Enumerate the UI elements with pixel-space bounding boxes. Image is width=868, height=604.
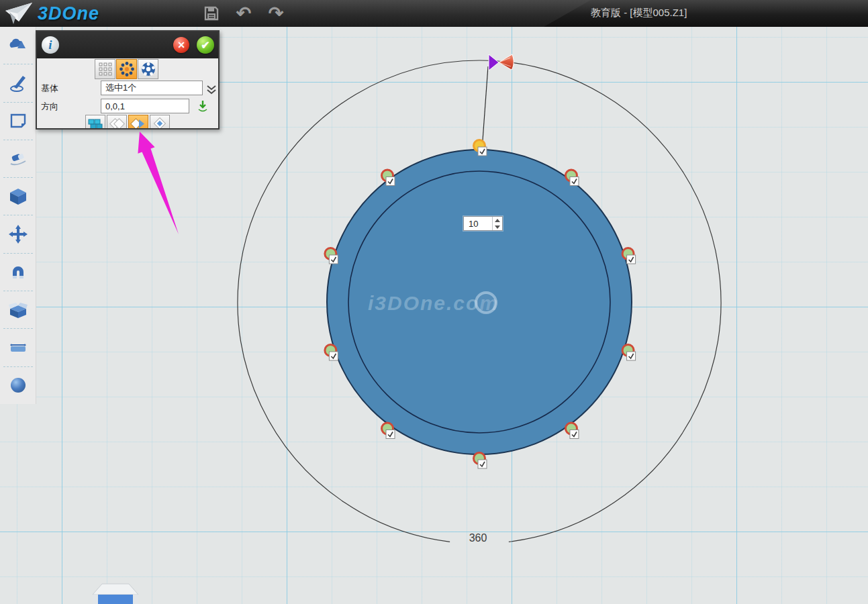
diamond-arrow-icon [130, 116, 147, 130]
linear-pattern-icon [98, 62, 113, 77]
double-diamond-icon [108, 116, 126, 130]
pattern-dialog: i ✕ ✔ [36, 30, 220, 130]
option-spacing-forward[interactable] [128, 115, 148, 130]
tab-sphere-pattern[interactable] [138, 59, 158, 79]
redo-icon: ↷ [269, 5, 284, 23]
title-bar: 3DOne ↶ ↷ 教育版 - [模型005.Z1] [0, 0, 868, 27]
nav-cube[interactable] [93, 584, 138, 604]
sphere-pattern-icon [140, 61, 156, 77]
app-logo: 3DOne [4, 1, 99, 26]
spinner-up-button[interactable] [493, 217, 502, 223]
instance-count-value[interactable]: 10 [464, 217, 492, 230]
direction-input[interactable]: 0,0,1 [101, 99, 189, 113]
spinner-up-icon [495, 219, 500, 222]
instance-boxes-icon [87, 116, 104, 130]
undo-button[interactable]: ↶ [234, 3, 254, 23]
option-spacing-symmetric[interactable] [150, 115, 170, 130]
window-title: 教育版 - [模型005.Z1] [591, 0, 687, 26]
app-logo-text: 3DOne [38, 3, 99, 24]
direction-pick-icon[interactable] [197, 100, 209, 112]
dialog-header[interactable] [37, 32, 218, 58]
spinner-buttons [492, 217, 502, 230]
pattern-type-tabs [95, 59, 158, 79]
tab-linear-pattern[interactable] [95, 59, 115, 79]
save-button[interactable] [201, 3, 222, 23]
spinner-down-button[interactable] [493, 223, 502, 230]
base-input[interactable]: 选中1个 [101, 81, 203, 95]
option-spacing-both[interactable] [107, 115, 127, 130]
application-window: i3DOne.com 360 10 [0, 0, 868, 604]
undo-icon: ↶ [236, 5, 252, 23]
diamond-symmetric-icon [151, 116, 168, 130]
view-navigation-ball[interactable] [70, 584, 159, 604]
quick-toolbar: ↶ ↷ [201, 0, 286, 27]
info-icon[interactable]: i [42, 36, 59, 54]
direction-label: 方向 [41, 101, 58, 113]
base-label: 基体 [41, 83, 58, 95]
confirm-button[interactable]: ✔ [197, 36, 214, 54]
chevron-double-down-icon[interactable] [205, 85, 218, 95]
pattern-option-buttons [85, 115, 170, 130]
redo-button[interactable]: ↷ [266, 3, 286, 23]
paper-plane-icon [4, 1, 34, 26]
instance-count-spinner[interactable]: 10 [463, 216, 503, 231]
cancel-button[interactable]: ✕ [173, 37, 189, 53]
tab-circular-pattern[interactable] [116, 59, 137, 79]
spinner-down-icon [495, 225, 500, 229]
save-icon [203, 5, 220, 21]
option-instance-boxes[interactable] [85, 115, 105, 130]
circular-pattern-icon [119, 61, 135, 77]
